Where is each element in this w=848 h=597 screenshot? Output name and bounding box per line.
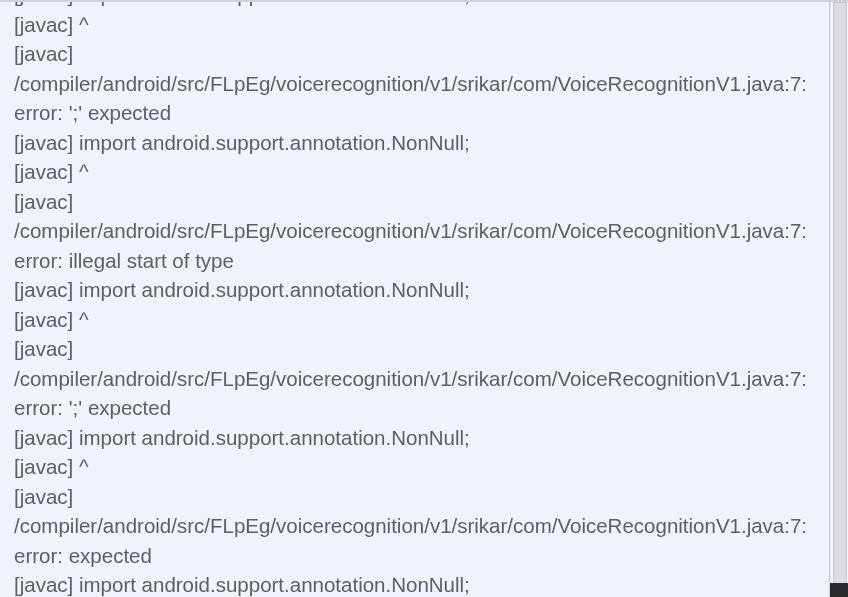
console-output[interactable]: [javac] import android.support.annotatio… <box>0 2 830 597</box>
console-line: /compiler/android/src/FLpEg/voicerecogni… <box>14 364 825 394</box>
console-line: [javac] ^ <box>14 10 825 40</box>
console-line: [javac] import android.support.annotatio… <box>14 570 825 597</box>
console-line: [javac] <box>14 39 825 69</box>
compiler-output-panel: [javac] import android.support.annotatio… <box>0 0 848 597</box>
console-line: [javac] import android.support.annotatio… <box>14 128 825 158</box>
console-line: [javac] import android.support.annotatio… <box>14 275 825 305</box>
console-line: [javac] <box>14 334 825 364</box>
console-line: error: illegal start of type <box>14 246 825 276</box>
console-line: error: expected <box>14 541 825 571</box>
console-line: /compiler/android/src/FLpEg/voicerecogni… <box>14 511 825 541</box>
resize-grip-icon[interactable] <box>830 583 848 597</box>
console-line: error: ';' expected <box>14 98 825 128</box>
console-line: [javac] ^ <box>14 452 825 482</box>
console-line: [javac] <box>14 187 825 217</box>
console-line: [javac] ^ <box>14 157 825 187</box>
console-line: [javac] ^ <box>14 305 825 335</box>
vertical-scrollbar[interactable] <box>830 2 848 597</box>
console-text-block: [javac] import android.support.annotatio… <box>14 2 825 597</box>
console-line: [javac] import android.support.annotatio… <box>14 423 825 453</box>
console-line: [javac] <box>14 482 825 512</box>
console-line: /compiler/android/src/FLpEg/voicerecogni… <box>14 69 825 99</box>
console-line: /compiler/android/src/FLpEg/voicerecogni… <box>14 216 825 246</box>
console-line: [javac] import android.support.annotatio… <box>14 2 825 10</box>
console-line: error: ';' expected <box>14 393 825 423</box>
scrollbar-thumb[interactable] <box>833 2 847 597</box>
